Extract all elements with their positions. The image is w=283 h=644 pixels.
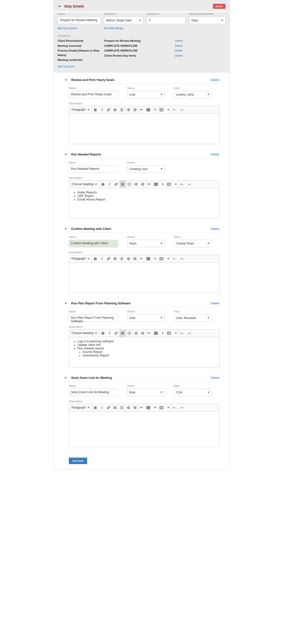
outcome-delete-link[interactable]: Delete xyxy=(175,54,183,57)
bullet-list-button[interactable] xyxy=(112,404,118,411)
blockquote-button[interactable] xyxy=(139,404,145,411)
editor-body[interactable] xyxy=(69,412,219,447)
outcome-delete-link[interactable]: Delete xyxy=(175,44,183,47)
bold-button[interactable]: B xyxy=(92,255,99,262)
bold-button[interactable]: B xyxy=(92,404,99,411)
undo-button[interactable] xyxy=(172,404,178,411)
outdent-button[interactable] xyxy=(125,106,132,113)
table-button[interactable] xyxy=(145,255,152,262)
table-button[interactable] xyxy=(145,106,152,113)
heading-select[interactable]: Paragraph xyxy=(69,255,92,262)
heading-select[interactable]: Paragraph xyxy=(69,106,92,113)
outdent-button[interactable] xyxy=(125,255,132,262)
task-name-input[interactable]: Send Zoom Link for Meeting xyxy=(69,389,118,396)
delete-step-button[interactable]: delete xyxy=(213,4,226,9)
outcome-delete-link[interactable]: Delete xyxy=(175,49,183,52)
editor-body[interactable]: Log in to planning softwareUpdate client… xyxy=(69,337,219,367)
table-dropdown[interactable] xyxy=(159,330,166,337)
numbered-list-button[interactable]: 123 xyxy=(118,106,125,113)
outcome-delete-link[interactable]: Delete xyxy=(175,39,183,42)
italic-button[interactable]: I xyxy=(99,255,105,262)
redo-button[interactable] xyxy=(178,255,185,262)
editor-body[interactable] xyxy=(69,114,219,144)
numbered-list-button[interactable]: 123 xyxy=(118,404,125,411)
heading-select[interactable]: Paragraph xyxy=(69,404,92,411)
media-button[interactable] xyxy=(158,404,165,411)
chevron-down-icon[interactable] xyxy=(64,376,68,380)
assignee-select[interactable]: Lowery, Jena xyxy=(174,91,212,98)
task-name-input[interactable]: Review and Print Yearly Goals xyxy=(69,91,118,98)
step-name-input[interactable]: Prepare for Review Meeting xyxy=(58,17,101,24)
bullet-list-button[interactable] xyxy=(119,181,126,188)
numbered-list-button[interactable]: 123 xyxy=(126,330,133,337)
task-name-input[interactable]: Confirm Meeting with Client xyxy=(69,240,118,247)
link-button[interactable] xyxy=(113,330,119,337)
link-button[interactable] xyxy=(105,106,112,113)
add-task-button[interactable]: add task xyxy=(69,458,87,464)
link-button[interactable] xyxy=(105,404,112,411)
link-button[interactable] xyxy=(113,181,119,188)
redo-button[interactable] xyxy=(178,404,185,411)
step-due-select[interactable]: Before Target Date xyxy=(104,17,143,24)
outdent-button[interactable] xyxy=(125,404,132,411)
assignee-select[interactable]: User, Mountain xyxy=(174,314,212,322)
italic-button[interactable]: I xyxy=(106,181,113,188)
redo-button[interactable] xyxy=(186,181,192,188)
indent-button[interactable] xyxy=(139,330,146,337)
blockquote-button[interactable] xyxy=(146,330,153,337)
task-delete-link[interactable]: Delete xyxy=(211,376,219,380)
bold-button[interactable]: B xyxy=(100,330,106,337)
add-mail-merge-link[interactable]: Add Mail Merge xyxy=(104,27,143,30)
bullet-list-button[interactable] xyxy=(119,330,126,337)
media-button[interactable] xyxy=(166,330,172,337)
media-dropdown[interactable] xyxy=(165,255,171,262)
blockquote-button[interactable] xyxy=(146,181,153,188)
chevron-down-icon[interactable] xyxy=(64,78,68,82)
heading-select[interactable]: Choose heading xyxy=(69,181,100,188)
editor-body[interactable]: Notes ReportsUDF ReportEmail History Rep… xyxy=(69,188,219,218)
assignee-select[interactable]: CSA xyxy=(174,389,212,396)
task-delete-link[interactable]: Delete xyxy=(211,227,219,231)
bullet-list-button[interactable] xyxy=(112,106,118,113)
table-dropdown[interactable] xyxy=(152,106,158,113)
redo-button[interactable] xyxy=(178,106,185,113)
bullet-list-button[interactable] xyxy=(112,255,118,262)
owner-select[interactable]: Team xyxy=(127,240,165,247)
blockquote-button[interactable] xyxy=(139,106,145,113)
indent-button[interactable] xyxy=(132,404,138,411)
link-button[interactable] xyxy=(105,255,112,262)
numbered-list-button[interactable]: 123 xyxy=(126,181,133,188)
undo-button[interactable] xyxy=(172,106,178,113)
chevron-down-icon[interactable] xyxy=(64,153,68,156)
owner-select[interactable]: User xyxy=(127,91,165,98)
redo-button[interactable] xyxy=(186,330,192,337)
table-dropdown[interactable] xyxy=(159,181,166,188)
owner-select[interactable]: Role xyxy=(127,389,165,396)
outdent-button[interactable] xyxy=(133,330,139,337)
media-dropdown[interactable] xyxy=(165,404,171,411)
undo-button[interactable] xyxy=(172,255,178,262)
table-dropdown[interactable] xyxy=(152,404,158,411)
number-of-input[interactable]: 5 xyxy=(147,17,186,24)
media-dropdown[interactable] xyxy=(172,330,179,337)
task-delete-link[interactable]: Delete xyxy=(211,302,219,305)
unit-select[interactable]: Days xyxy=(189,17,226,24)
chevron-down-icon[interactable] xyxy=(64,302,68,305)
task-delete-link[interactable]: Delete xyxy=(211,153,219,156)
media-button[interactable] xyxy=(158,106,165,113)
add-outcome-link[interactable]: Add Outcome xyxy=(58,65,75,68)
indent-button[interactable] xyxy=(139,181,146,188)
task-name-input[interactable]: Run Needed Reports xyxy=(69,165,118,173)
bold-button[interactable]: B xyxy=(100,181,106,188)
numbered-list-button[interactable]: 123 xyxy=(118,255,125,262)
italic-button[interactable]: I xyxy=(106,330,113,337)
table-button[interactable] xyxy=(145,404,152,411)
undo-button[interactable] xyxy=(179,181,186,188)
owner-select[interactable]: User xyxy=(127,314,165,322)
heading-select[interactable]: Choose heading xyxy=(69,330,100,337)
media-dropdown[interactable] xyxy=(172,181,179,188)
chevron-down-icon[interactable] xyxy=(58,5,61,8)
indent-button[interactable] xyxy=(132,255,138,262)
chevron-down-icon[interactable] xyxy=(64,227,68,231)
blockquote-button[interactable] xyxy=(139,255,145,262)
